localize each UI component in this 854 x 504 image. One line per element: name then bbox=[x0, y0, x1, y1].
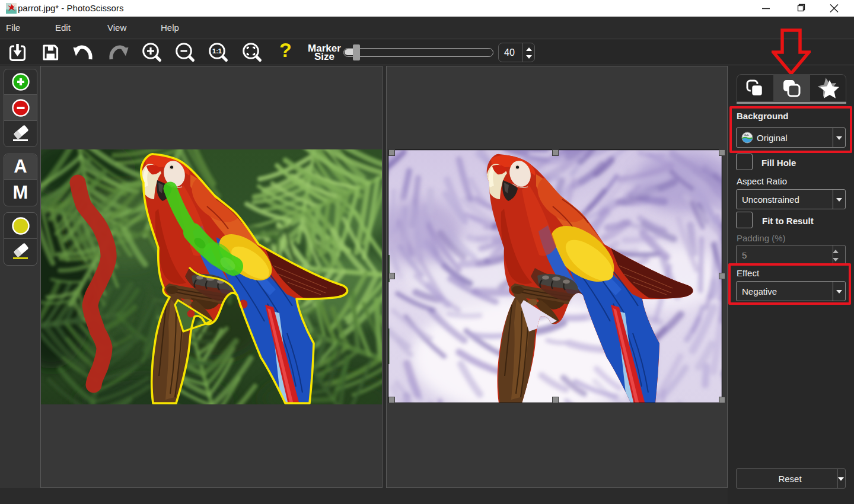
svg-text:1:1: 1:1 bbox=[212, 47, 222, 55]
